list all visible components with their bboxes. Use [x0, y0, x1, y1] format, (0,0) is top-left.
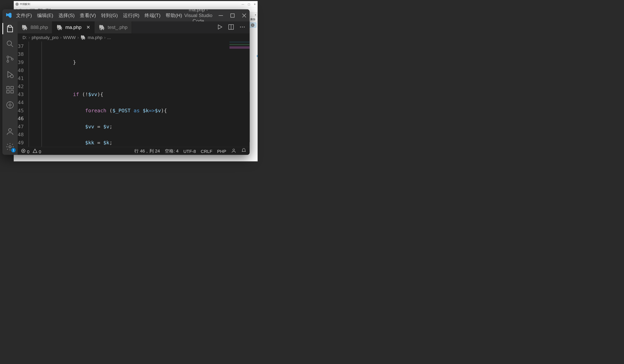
antsword-titlebar[interactable]: 中国蚁剑 — ▢ ✕	[14, 1, 258, 7]
vscode-minimize-button[interactable]	[219, 13, 223, 17]
settings-gear-icon[interactable]: 1	[5, 142, 15, 152]
source-control-icon[interactable]	[5, 54, 15, 64]
split-editor-icon[interactable]	[228, 23, 234, 31]
extensions-icon[interactable]	[5, 85, 15, 95]
svg-point-6	[10, 75, 13, 78]
menu-edit[interactable]: 编辑(E)	[37, 12, 53, 19]
php-file-icon: 🐘	[99, 24, 105, 30]
status-bar: 0 0 行 46，列 24 空格: 4 UTF-8 CRLF PHP	[18, 147, 250, 155]
antsword-close-button[interactable]: ✕	[254, 3, 256, 6]
more-actions-icon[interactable]	[239, 23, 246, 31]
svg-rect-9	[11, 91, 13, 93]
svg-point-12	[9, 104, 11, 106]
antsword-app-icon	[15, 2, 19, 6]
explorer-icon[interactable]	[5, 24, 15, 33]
status-errors[interactable]: 0	[21, 148, 29, 154]
status-encoding[interactable]: UTF-8	[183, 149, 196, 153]
run-debug-icon[interactable]	[5, 70, 15, 79]
chevron-right-icon: ›	[77, 35, 79, 40]
menu-selection[interactable]: 选择(S)	[58, 12, 75, 19]
tab-ma-php[interactable]: 🐘 ma.php ✕	[52, 21, 95, 33]
vscode-window: 文件(F) 编辑(E) 选择(S) 查看(V) 转到(G) 运行(R) 终端(T…	[2, 9, 250, 155]
breadcrumb-folder[interactable]: phpstudy_pro	[32, 35, 58, 40]
tab-label: test_.php	[108, 24, 128, 30]
run-code-icon[interactable]	[217, 23, 223, 31]
antsword-tab-scroll-right[interactable]: ▸	[254, 13, 257, 16]
status-indent[interactable]: 空格: 4	[165, 148, 179, 154]
svg-rect-1	[231, 13, 234, 17]
antsword-minimize-button[interactable]: —	[242, 3, 244, 6]
vscode-maximize-button[interactable]	[230, 13, 235, 17]
tab-label: ma.php	[65, 24, 81, 30]
breadcrumb-drive[interactable]: D:	[23, 35, 27, 40]
tab-close-icon[interactable]: ✕	[86, 24, 90, 30]
svg-point-13	[8, 129, 11, 132]
vscode-tab-bar: 🐘 888.php 🐘 ma.php ✕ 🐘 test_.php	[18, 21, 250, 33]
svg-rect-7	[7, 86, 9, 89]
antsword-maximize-button[interactable]: ▢	[248, 3, 250, 6]
code-area[interactable]: } if (!$vv){ foreach ($_POST as $k=>$v){…	[28, 41, 250, 147]
vscode-activity-bar: 1	[2, 21, 18, 155]
php-file-icon: 🐘	[56, 24, 63, 30]
php-file-icon: 🐘	[80, 35, 86, 40]
breadcrumb-trail[interactable]: ...	[107, 35, 111, 40]
svg-point-20	[233, 149, 235, 151]
vscode-window-controls	[219, 13, 246, 17]
svg-rect-0	[219, 15, 223, 15]
tab-888-php[interactable]: 🐘 888.php	[18, 21, 52, 33]
svg-point-3	[7, 56, 9, 58]
menu-help[interactable]: 帮助(H)	[166, 12, 182, 19]
vscode-menubar: 文件(F) 编辑(E) 选择(S) 查看(V) 转到(G) 运行(R) 终端(T…	[16, 12, 182, 19]
status-bell-icon[interactable]	[241, 148, 246, 154]
status-line-col[interactable]: 行 46，列 24	[134, 148, 160, 154]
antsword-scroll-indicator	[257, 55, 258, 57]
antsword-row-count-badge: 1	[251, 23, 255, 27]
status-eol[interactable]: CRLF	[201, 149, 212, 153]
settings-badge: 1	[11, 148, 16, 152]
vscode-titlebar[interactable]: 文件(F) 编辑(E) 选择(S) 查看(V) 转到(G) 运行(R) 终端(T…	[2, 9, 250, 21]
svg-point-14	[9, 146, 11, 148]
svg-point-2	[7, 41, 11, 45]
status-feedback-icon[interactable]	[231, 148, 236, 154]
svg-rect-8	[7, 91, 9, 93]
antsword-window-controls: — ▢ ✕	[242, 3, 256, 6]
svg-point-5	[11, 58, 13, 60]
status-language[interactable]: PHP	[217, 149, 226, 153]
chevron-right-icon: ›	[104, 35, 105, 40]
breadcrumb[interactable]: D: › phpstudy_pro › WWW › 🐘 ma.php › ...	[18, 33, 250, 42]
svg-point-18	[244, 26, 245, 27]
minimap[interactable]	[230, 41, 250, 73]
gitlens-icon[interactable]	[5, 100, 15, 110]
menu-go[interactable]: 转到(G)	[101, 12, 118, 19]
vscode-logo-icon	[5, 12, 12, 18]
antsword-delete-column[interactable]: 删除	[250, 18, 256, 21]
menu-terminal[interactable]: 终端(T)	[145, 12, 160, 19]
svg-point-17	[242, 26, 243, 27]
php-file-icon: 🐘	[22, 24, 28, 30]
vscode-close-button[interactable]	[242, 13, 246, 17]
accounts-icon[interactable]	[5, 127, 15, 136]
chevron-right-icon: ›	[28, 35, 30, 40]
tab-label: 888.php	[30, 24, 48, 30]
menu-run[interactable]: 运行(R)	[123, 12, 139, 19]
editor[interactable]: 3738394041424344454647484950515253545556…	[18, 41, 250, 147]
status-warnings[interactable]: 0	[33, 148, 41, 154]
menu-file[interactable]: 文件(F)	[16, 12, 32, 19]
svg-point-4	[7, 60, 9, 62]
breadcrumb-folder[interactable]: WWW	[63, 35, 76, 40]
line-number-gutter: 3738394041424344454647484950515253545556…	[18, 41, 28, 147]
antsword-title: 中国蚁剑	[20, 2, 242, 6]
svg-rect-10	[11, 86, 13, 89]
svg-point-16	[240, 26, 241, 27]
chevron-right-icon: ›	[60, 35, 61, 40]
search-icon[interactable]	[5, 39, 15, 49]
editor-toolbar	[213, 21, 250, 33]
tab-test-php[interactable]: 🐘 test_.php	[95, 21, 132, 33]
breadcrumb-file[interactable]: ma.php	[88, 35, 103, 40]
menu-view[interactable]: 查看(V)	[80, 12, 96, 19]
